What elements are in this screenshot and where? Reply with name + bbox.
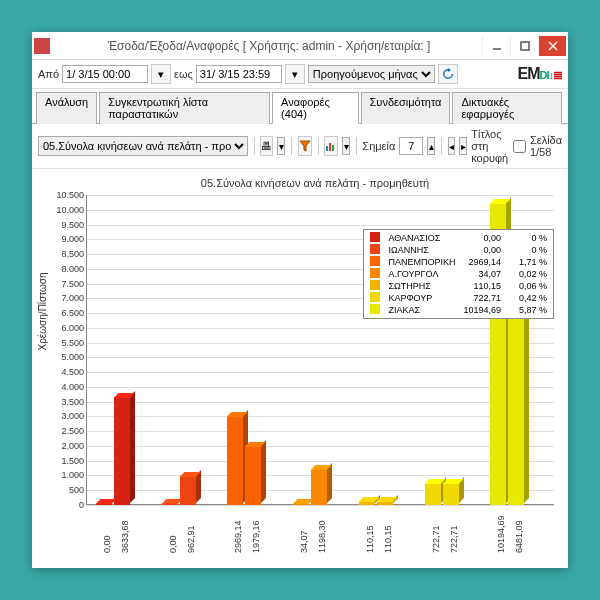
svg-rect-6 bbox=[332, 145, 334, 151]
chart-button[interactable] bbox=[324, 136, 338, 156]
y-tick: 3.000 bbox=[61, 411, 87, 421]
bar bbox=[425, 484, 441, 505]
y-tick: 9.000 bbox=[61, 234, 87, 244]
legend-row: ΑΘΑΝΑΣΙΟΣ0,000 % bbox=[366, 232, 551, 244]
svg-rect-4 bbox=[326, 146, 328, 151]
y-tick: 3.500 bbox=[61, 397, 87, 407]
y-tick: 1.000 bbox=[61, 470, 87, 480]
report-toolbar: 05.Σύνολα κινήσεων ανά πελάτη - προ 🖶 ▾ … bbox=[32, 124, 568, 169]
y-tick: 7.500 bbox=[61, 279, 87, 289]
legend-row: ΚΑΡΦΟΥΡ722,710,42 % bbox=[366, 292, 551, 304]
points-label: Σημεία bbox=[362, 140, 395, 152]
tab[interactable]: Ανάλυση bbox=[36, 92, 97, 124]
y-tick: 500 bbox=[69, 485, 87, 495]
minimize-button[interactable] bbox=[482, 36, 510, 56]
title-top-checkbox[interactable] bbox=[513, 140, 526, 153]
chart-menu[interactable]: ▾ bbox=[342, 137, 350, 155]
app-window: Έσοδα/Έξοδα/Αναφορές [ Χρήστης: admin - … bbox=[32, 32, 568, 568]
to-date-picker-icon[interactable]: ▾ bbox=[285, 64, 305, 84]
y-tick: 2.500 bbox=[61, 426, 87, 436]
titlebar: Έσοδα/Έξοδα/Αναφορές [ Χρήστης: admin - … bbox=[32, 32, 568, 60]
bar bbox=[443, 484, 459, 505]
bar bbox=[311, 470, 327, 505]
y-tick: 8.500 bbox=[61, 249, 87, 259]
x-tick: 722,71 bbox=[431, 525, 441, 553]
title-top-label: Τίτλος στη κορυφή bbox=[471, 128, 509, 164]
x-tick: 3633,68 bbox=[120, 520, 130, 553]
legend-row: ΣΩΤΗΡΗΣ110,150,06 % bbox=[366, 280, 551, 292]
y-tick: 8.000 bbox=[61, 264, 87, 274]
x-tick: 1979,16 bbox=[251, 520, 261, 553]
tab[interactable]: Συγκεντρωτική λίστα παραστατικών bbox=[99, 92, 270, 124]
y-tick: 4.500 bbox=[61, 367, 87, 377]
x-tick: 110,15 bbox=[383, 525, 393, 553]
y-axis-label: Χρέωση/Πίστωση bbox=[37, 272, 48, 350]
maximize-button[interactable] bbox=[510, 36, 538, 56]
close-button[interactable] bbox=[538, 36, 566, 56]
bar bbox=[508, 314, 524, 505]
x-tick: 34,07 bbox=[299, 530, 309, 553]
bar bbox=[227, 417, 243, 505]
legend-row: ΠΑΝΕΜΠΟΡΙΚΗ2969,141,71 % bbox=[366, 256, 551, 268]
x-tick: 10194,69 bbox=[496, 515, 506, 553]
y-tick: 7.000 bbox=[61, 293, 87, 303]
bar bbox=[114, 398, 130, 505]
y-tick: 10.500 bbox=[56, 190, 87, 200]
legend-row: ΙΩΑΝΝΗΣ0,000 % bbox=[366, 244, 551, 256]
x-tick: 6481,09 bbox=[514, 520, 524, 553]
points-stepper[interactable]: ▴ bbox=[427, 137, 435, 155]
tab[interactable]: Αναφορές (404) bbox=[272, 92, 358, 124]
chart-title: 05.Σύνολα κινήσεων ανά πελάτη - προμηθευ… bbox=[68, 177, 562, 189]
print-button[interactable]: 🖶 bbox=[260, 136, 273, 156]
y-tick: 5.500 bbox=[61, 338, 87, 348]
tab[interactable]: Δικτυακές εφαρμογές bbox=[452, 92, 562, 124]
filter-button[interactable] bbox=[298, 136, 312, 156]
date-filter-bar: Από ▾ εως ▾ Προηγούμενος μήνας EMDI↓≣ bbox=[32, 60, 568, 89]
chart-area: 05.Σύνολα κινήσεων ανά πελάτη - προμηθευ… bbox=[32, 169, 568, 568]
svg-rect-5 bbox=[329, 143, 331, 151]
x-tick: 110,15 bbox=[365, 525, 375, 553]
y-tick: 6.500 bbox=[61, 308, 87, 318]
tab[interactable]: Συνδεσιμότητα bbox=[361, 92, 451, 124]
brand-logo: EMDI↓≣ bbox=[518, 65, 563, 83]
x-tick: 2969,14 bbox=[233, 520, 243, 553]
chart-legend: ΑΘΑΝΑΣΙΟΣ0,000 %ΙΩΑΝΝΗΣ0,000 %ΠΑΝΕΜΠΟΡΙΚ… bbox=[363, 229, 554, 319]
bar bbox=[180, 477, 196, 505]
legend-row: ΖΙΑΚΑΣ10194,695,87 % bbox=[366, 304, 551, 316]
y-tick: 2.000 bbox=[61, 441, 87, 451]
from-date-picker-icon[interactable]: ▾ bbox=[151, 64, 171, 84]
page-label: Σελίδα 1/58 bbox=[530, 134, 562, 158]
window-title: Έσοδα/Έξοδα/Αναφορές [ Χρήστης: admin - … bbox=[56, 39, 482, 53]
y-tick: 10.000 bbox=[56, 205, 87, 215]
tab-bar: ΑνάλυσηΣυγκεντρωτική λίστα παραστατικώνΑ… bbox=[32, 91, 568, 124]
refresh-button[interactable] bbox=[438, 64, 458, 84]
next-page-button[interactable]: ▸ bbox=[459, 137, 467, 155]
y-tick: 6.000 bbox=[61, 323, 87, 333]
app-icon bbox=[34, 38, 50, 54]
to-label: εως bbox=[174, 68, 193, 80]
to-date-input[interactable] bbox=[196, 65, 282, 83]
bar bbox=[245, 447, 261, 505]
y-tick: 9.500 bbox=[61, 220, 87, 230]
from-label: Από bbox=[38, 68, 59, 80]
svg-rect-1 bbox=[521, 42, 529, 50]
prev-page-button[interactable]: ◂ bbox=[448, 137, 456, 155]
from-date-input[interactable] bbox=[62, 65, 148, 83]
points-input[interactable] bbox=[399, 137, 423, 155]
y-tick: 4.000 bbox=[61, 382, 87, 392]
report-select[interactable]: 05.Σύνολα κινήσεων ανά πελάτη - προ bbox=[38, 136, 248, 156]
period-select[interactable]: Προηγούμενος μήνας bbox=[308, 65, 435, 83]
x-tick: 1198,30 bbox=[317, 520, 327, 553]
y-tick: 1.500 bbox=[61, 456, 87, 466]
x-tick: 0,00 bbox=[168, 535, 178, 553]
legend-row: Α.ΓΟΥΡΓΟΛ34,070,02 % bbox=[366, 268, 551, 280]
y-tick: 5.000 bbox=[61, 352, 87, 362]
x-tick: 722,71 bbox=[449, 525, 459, 553]
print-menu[interactable]: ▾ bbox=[277, 137, 285, 155]
x-tick: 0,00 bbox=[102, 535, 112, 553]
x-tick: 962,91 bbox=[186, 525, 196, 553]
